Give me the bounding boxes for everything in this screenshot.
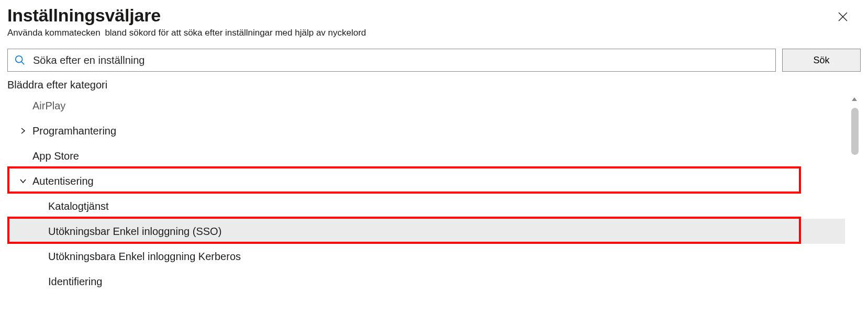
subtitle-part2: bland sökord för att söka efter inställn… (105, 28, 366, 38)
page-title: Inställningsväljare (7, 5, 861, 26)
category-sso-kerberos[interactable]: Utökningsbara Enkel inloggning Kerberos (7, 244, 845, 269)
search-input[interactable] (32, 54, 769, 67)
category-tree: AirPlay Programhantering App Store Auten… (7, 93, 861, 294)
svg-line-3 (21, 62, 25, 65)
category-label: Identifiering (48, 276, 102, 288)
page-subtitle: Använda kommatecken bland sökord för att… (7, 28, 861, 38)
category-sso[interactable]: Utökningsbar Enkel inloggning (SSO) (7, 219, 845, 244)
category-label: Utökningsbar Enkel inloggning (SSO) (48, 226, 221, 238)
category-programhantering[interactable]: Programhantering (7, 118, 845, 143)
search-button[interactable]: Sök (782, 49, 861, 72)
svg-marker-4 (852, 97, 857, 101)
category-identifiering[interactable]: Identifiering (7, 269, 845, 294)
browse-by-category-label: Bläddra efter kategori (7, 79, 861, 91)
search-box[interactable] (7, 49, 776, 72)
subtitle-part1: Använda kommatecken (7, 28, 101, 38)
svg-point-2 (16, 56, 23, 63)
scroll-up-icon[interactable] (848, 93, 861, 106)
chevron-right-icon (18, 126, 28, 136)
chevron-down-icon (18, 176, 28, 186)
category-label: AirPlay (32, 100, 65, 112)
category-autentisering[interactable]: Autentisering (7, 168, 845, 194)
category-label: Utökningsbara Enkel inloggning Kerberos (48, 251, 241, 263)
scroll-thumb[interactable] (851, 108, 859, 155)
category-label: Autentisering (32, 175, 94, 187)
scrollbar[interactable] (848, 93, 861, 300)
close-icon[interactable] (837, 10, 849, 23)
category-label: Programhantering (32, 125, 116, 137)
search-icon (14, 54, 26, 66)
category-label: App Store (32, 150, 79, 162)
category-app-store[interactable]: App Store (7, 143, 845, 168)
category-katalogtjanst[interactable]: Katalogtjänst (7, 194, 845, 219)
category-airplay[interactable]: AirPlay (7, 93, 845, 118)
category-label: Katalogtjänst (48, 200, 109, 212)
